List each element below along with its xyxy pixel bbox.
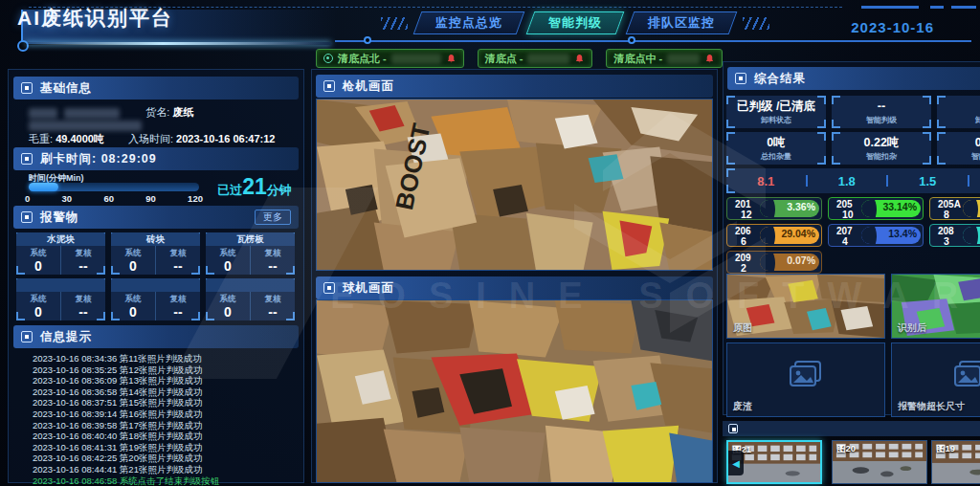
- elapsed-progress-bar: [29, 183, 199, 191]
- header-line-segment: [930, 6, 944, 9]
- stat-value: 0.67: [937, 134, 980, 151]
- panel-icon: [735, 73, 746, 84]
- elapsed-suffix: 分钟: [267, 183, 292, 197]
- grade-count: 10: [842, 209, 854, 220]
- gallery-original-image[interactable]: 原图: [726, 274, 885, 339]
- stat-total-deduction: 0吨 总扣杂量: [726, 132, 826, 165]
- tick: 30: [62, 193, 73, 204]
- gun-camera-view: BOOST: [316, 99, 713, 271]
- gross-weight-value: 49.4000吨: [56, 133, 104, 144]
- monitor-badges: 清底点北 - 清底点 - 清底点中 -: [316, 49, 723, 68]
- stat-value: 全: [937, 98, 980, 115]
- redacted-field: [29, 121, 142, 131]
- alarm-card-title: 砖块: [111, 232, 200, 246]
- panel-icon: [728, 424, 738, 433]
- alarm-bell-icon: [704, 54, 715, 64]
- grade-percent: 3.36%: [787, 201, 815, 212]
- alarm-card-title: 水泥块: [16, 232, 105, 246]
- stat-smart-grade: -- 智能判级: [832, 96, 931, 128]
- badge-qingdidian-north[interactable]: 清底点北 -: [316, 49, 464, 68]
- log-entry-success: 2023-10-16 08:46:58 系统点击了结束判级按钮: [33, 475, 219, 486]
- review-count: --: [156, 305, 200, 320]
- system-count: 0: [206, 305, 250, 320]
- grade-count: 3: [944, 235, 949, 247]
- grade-card-205A: 205A 8: [929, 197, 980, 220]
- alarm-card-title: [16, 278, 105, 292]
- entry-time-label: 入场时间:: [128, 133, 173, 144]
- alarm-card-cement: 水泥块 系统0 复核--: [16, 232, 105, 275]
- stat-value: 0.22吨: [832, 134, 931, 151]
- results-header: 综合结果: [727, 67, 980, 90]
- cargo-value: 废纸: [172, 106, 193, 118]
- alarm-card-5: 系统0 复核--: [111, 278, 200, 320]
- review-count: --: [61, 305, 105, 320]
- score-value: 1.5: [888, 174, 968, 188]
- ball-camera-view: [316, 299, 713, 483]
- panel-icon: [21, 82, 33, 94]
- grade-count: 4: [842, 235, 848, 247]
- gallery-label: 识别后: [898, 321, 926, 335]
- elapsed-number: 21: [242, 174, 267, 199]
- cardboard-pile-photo: [317, 300, 712, 482]
- more-button[interactable]: 更多: [255, 210, 291, 225]
- gross-weight-label: 毛重:: [29, 133, 53, 144]
- prev-arrow-button[interactable]: ◀: [728, 451, 744, 475]
- grade-pill: [963, 227, 980, 244]
- grade-percent: 29.04%: [781, 228, 815, 239]
- gallery-recognized-image[interactable]: 识别后: [891, 274, 980, 339]
- stat-smart-deduction-rate: 0.67 智能扣杂: [937, 132, 980, 165]
- panel-title: 枪机画面: [343, 78, 394, 95]
- grade-card-207: 207 4 13.4%: [828, 224, 924, 247]
- alarm-card-title: [111, 278, 200, 292]
- grade-percent: 0.07%: [787, 254, 815, 266]
- line-node: [364, 36, 371, 44]
- panel-title: 报警物: [40, 210, 79, 226]
- panel-icon: [21, 211, 33, 223]
- tick: 0: [25, 193, 30, 204]
- messages-header: 信息提示: [13, 325, 299, 348]
- thumbnail-20[interactable]: 图20: [832, 440, 927, 484]
- grade-pill: [963, 200, 980, 217]
- target-icon: [323, 54, 333, 63]
- tab-label: 智能判级: [548, 14, 602, 32]
- thumbnail-21[interactable]: 图21 ◀: [726, 440, 822, 484]
- redacted-field: [64, 108, 120, 119]
- grade-percent: 33.14%: [882, 201, 917, 212]
- image-placeholder-icon: [790, 361, 822, 387]
- thumbnail-19[interactable]: 图19: [931, 440, 980, 484]
- swipe-time-label: 刷卡时间:: [40, 152, 97, 166]
- grade-card-205: 205 10 33.14%: [828, 197, 924, 220]
- badge-label: 清底点北 -: [338, 52, 387, 66]
- grade-card-201: 201 12 3.36%: [726, 197, 822, 220]
- alarm-card-title: 瓦楞板: [206, 232, 295, 246]
- line-node: [628, 36, 635, 44]
- tab-monitor-overview[interactable]: 监控点总览: [413, 11, 525, 34]
- grade-percent: 13.4%: [888, 228, 917, 239]
- grade-count: 6: [741, 235, 746, 247]
- badge-qingdidian[interactable]: 清底点 -: [478, 49, 593, 68]
- alarm-bell-icon: [574, 54, 585, 64]
- review-count: --: [251, 305, 295, 320]
- header-line: [335, 40, 971, 42]
- gallery-residue-placeholder: 废渣: [726, 342, 885, 417]
- redacted-field: [29, 108, 57, 119]
- progress-fill: [29, 183, 58, 191]
- basic-info-row3: 毛重: 49.4000吨 入场时间: 2023-10-16 06:47:12: [29, 132, 275, 146]
- basic-info-row2: [29, 119, 142, 131]
- system-count: 0: [111, 259, 155, 274]
- grade-count: 2: [741, 262, 746, 274]
- stat-value: --: [832, 98, 931, 115]
- alarm-items-header: 报警物 更多: [13, 206, 299, 229]
- tab-label: 排队区监控: [648, 14, 715, 32]
- score-value: 1.8: [808, 174, 887, 188]
- header-line-segment: [951, 6, 976, 9]
- elapsed-time: 已过21分钟: [209, 174, 301, 200]
- badge-label: 清底点中 -: [613, 52, 662, 66]
- tab-smart-grading[interactable]: 智能判级: [526, 11, 625, 34]
- stat-unload-status: 已判级 /已清底 卸料状态: [726, 96, 826, 128]
- badge-qingdidian-middle[interactable]: 清底点中 -: [606, 49, 723, 68]
- stat-smart-deduction: 0.22吨 智能扣杂: [832, 132, 931, 165]
- thumbnail-label: 图20: [836, 443, 856, 455]
- tab-deco-slashes: [743, 17, 769, 30]
- tab-queue-monitor[interactable]: 排队区监控: [626, 11, 738, 34]
